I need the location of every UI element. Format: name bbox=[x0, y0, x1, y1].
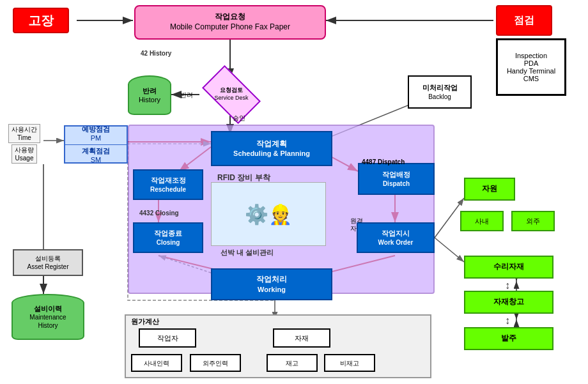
maintenance-history-box: 설비이력 Maintenance History bbox=[12, 294, 84, 340]
material-box: 자재 bbox=[273, 328, 330, 348]
cost-calc-label: 원가계산 bbox=[131, 317, 159, 326]
external-worker-box: 외주인력 bbox=[190, 354, 241, 372]
time-usage-box: 사용시간 Time 사용량 Usage bbox=[5, 125, 43, 162]
jeomGeon-box: 점검 bbox=[496, 5, 552, 36]
pm-sm-box: 예방점검 PM 계획점검 SM bbox=[64, 125, 128, 164]
asset-register-box: 설비등록 Asset Register bbox=[13, 249, 83, 276]
goJang-box: 고장 bbox=[13, 8, 69, 33]
reschedule-box: 작업재조정 Reschedule bbox=[133, 169, 203, 200]
history-count-badge: 42 History bbox=[141, 50, 171, 57]
working-box: 작업처리 Working bbox=[211, 268, 332, 300]
seungin-label: 승인 bbox=[233, 114, 245, 123]
dispatch-box: 작업배정 Dispatch bbox=[358, 163, 435, 195]
inspection-box: Inspection PDA Handy Terminal CMS bbox=[496, 38, 566, 96]
worker-box: 작업자 bbox=[139, 328, 196, 348]
scheduling-box: 작업계획 Scheduling & Planning bbox=[211, 131, 332, 166]
stock-box: 재고 bbox=[267, 354, 318, 372]
history-box: 반려 History bbox=[128, 75, 171, 115]
arrow-up-down-1: ↕ bbox=[505, 280, 510, 291]
service-desk-container: 요청검토 Service Desk bbox=[199, 75, 263, 114]
dispatch-count-badge: 4487 Dispatch bbox=[362, 158, 405, 165]
backlog-box: 미처리작업 Backlog bbox=[408, 75, 472, 109]
external-resource-box: 외주 bbox=[511, 211, 555, 231]
non-stock-box: 비재고 bbox=[324, 354, 375, 372]
svg-line-23 bbox=[435, 238, 464, 262]
ship-mgmt-label: 선박 내 설비관리 bbox=[220, 248, 274, 257]
resource-box: 자원 bbox=[464, 178, 515, 201]
arrow-up-down-2: ↕ bbox=[505, 315, 510, 326]
work-order-box: 작업지시 Work Order bbox=[357, 222, 435, 253]
closing-box: 작업종료 Closing bbox=[133, 222, 203, 253]
service-desk-text: 요청검토 Service Desk bbox=[214, 87, 248, 102]
ship-image: ⚙️👷 bbox=[211, 182, 326, 246]
repair-material-box: 수리자재 bbox=[464, 256, 553, 279]
diagram: 고장 점검 작업요청 Mobile Computer Phone Fax Pap… bbox=[0, 0, 588, 384]
internal-resource-box: 사내 bbox=[460, 211, 504, 231]
po-box: 발주 bbox=[464, 327, 553, 350]
banryeo-label: 반려 bbox=[180, 91, 193, 100]
work-request-box: 작업요청 Mobile Computer Phone Fax Paper bbox=[134, 5, 326, 40]
internal-worker-box: 사내인력 bbox=[131, 354, 182, 372]
closing-count-badge: 4432 Closing bbox=[139, 210, 179, 217]
cost-area: 원가계산 작업자 자재 사내인력 외주인력 재고 비재고 bbox=[125, 314, 431, 378]
material-warehouse-box: 자재창고 bbox=[464, 291, 553, 314]
